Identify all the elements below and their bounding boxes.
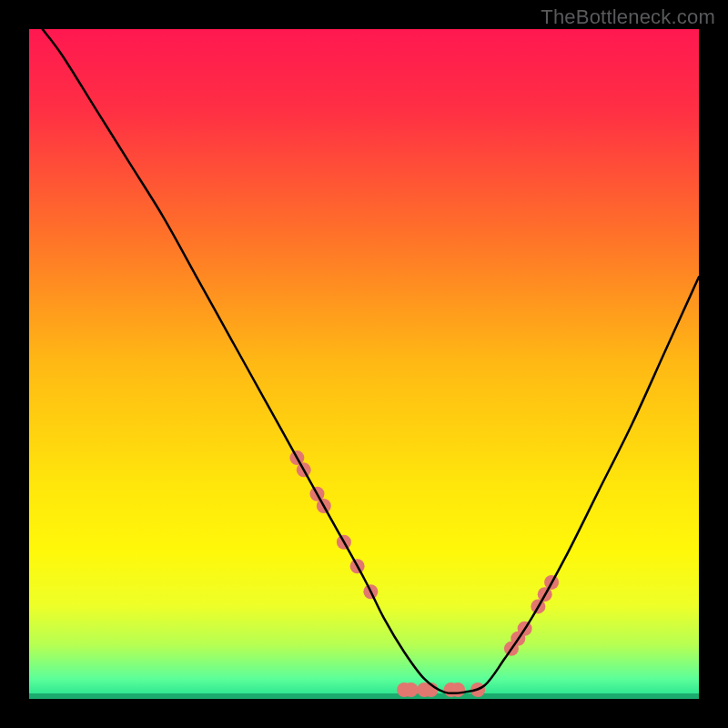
data-marker (450, 682, 465, 697)
watermark-text: TheBottleneck.com (541, 5, 715, 29)
plot-baseline-band (29, 693, 699, 699)
chart-stage: TheBottleneck.com (0, 0, 728, 728)
data-marker (404, 682, 419, 697)
bottleneck-chart (0, 0, 728, 728)
plot-background (29, 29, 699, 699)
